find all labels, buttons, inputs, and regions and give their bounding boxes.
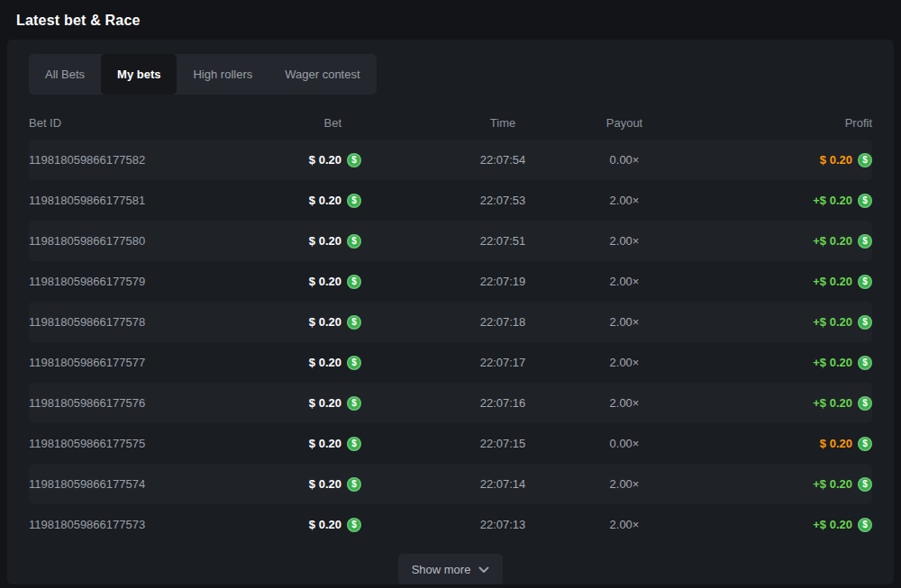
time-cell: 22:07:19 xyxy=(422,275,584,288)
currency-coin-icon: $ xyxy=(347,315,361,330)
table-row[interactable]: 119818059866177575 $ 0.20 $ 22:07:15 0.0… xyxy=(29,423,872,464)
profit-cell: $ 0.20 $ xyxy=(665,437,872,451)
currency-coin-icon: $ xyxy=(858,234,872,249)
header-payout: Payout xyxy=(584,116,665,130)
currency-coin-icon: $ xyxy=(347,275,361,289)
currency-coin-icon: $ xyxy=(858,518,872,532)
bet-id-cell: 119818059866177573 xyxy=(29,518,236,531)
bet-id-cell: 119818059866177580 xyxy=(29,234,236,248)
payout-cell: 0.00× xyxy=(584,437,665,450)
currency-coin-icon: $ xyxy=(858,153,872,167)
table-row[interactable]: 119818059866177580 $ 0.20 $ 22:07:51 2.0… xyxy=(29,221,872,261)
payout-cell: 2.00× xyxy=(584,194,665,207)
bet-cell: $ 0.20 $ xyxy=(236,153,361,167)
bets-panel: All Bets My bets High rollers Wager cont… xyxy=(7,40,894,584)
bet-id-cell: 119818059866177582 xyxy=(29,153,236,167)
table-row[interactable]: 119818059866177574 $ 0.20 $ 22:07:14 2.0… xyxy=(29,464,872,504)
show-more-button[interactable]: Show more xyxy=(398,554,504,584)
currency-coin-icon: $ xyxy=(347,153,361,167)
table-row[interactable]: 119818059866177581 $ 0.20 $ 22:07:53 2.0… xyxy=(29,180,872,221)
tab-all-bets[interactable]: All Bets xyxy=(29,54,101,95)
payout-cell: 2.00× xyxy=(584,315,665,329)
currency-coin-icon: $ xyxy=(858,477,872,492)
tab-high-rollers[interactable]: High rollers xyxy=(177,54,268,95)
header-profit: Profit xyxy=(665,116,872,130)
payout-cell: 2.00× xyxy=(584,275,665,288)
show-more-label: Show more xyxy=(412,563,471,576)
bets-table: Bet ID Bet Time Payout Profit 1198180598… xyxy=(29,105,872,545)
currency-coin-icon: $ xyxy=(858,275,872,289)
profit-cell: +$ 0.20 $ xyxy=(665,234,872,249)
header-bet: Bet xyxy=(236,116,361,130)
table-row[interactable]: 119818059866177582 $ 0.20 $ 22:07:54 0.0… xyxy=(29,140,872,180)
table-row[interactable]: 119818059866177573 $ 0.20 $ 22:07:13 2.0… xyxy=(29,504,872,545)
bet-id-cell: 119818059866177575 xyxy=(29,437,236,450)
currency-coin-icon: $ xyxy=(347,356,361,370)
header-time: Time xyxy=(422,116,584,130)
currency-coin-icon: $ xyxy=(347,518,361,532)
currency-coin-icon: $ xyxy=(858,315,872,330)
profit-cell: +$ 0.20 $ xyxy=(665,396,872,411)
profit-cell: $ 0.20 $ xyxy=(665,153,872,167)
bet-cell: $ 0.20 $ xyxy=(236,194,361,208)
time-cell: 22:07:51 xyxy=(422,234,584,248)
bet-id-cell: 119818059866177574 xyxy=(29,477,236,491)
currency-coin-icon: $ xyxy=(858,437,872,451)
tab-bar: All Bets My bets High rollers Wager cont… xyxy=(29,54,377,95)
bet-cell: $ 0.20 $ xyxy=(236,477,361,492)
currency-coin-icon: $ xyxy=(347,194,361,208)
bet-cell: $ 0.20 $ xyxy=(236,315,361,330)
currency-coin-icon: $ xyxy=(858,356,872,370)
currency-coin-icon: $ xyxy=(347,396,361,411)
payout-cell: 2.00× xyxy=(584,477,665,491)
page-title: Latest bet & Race xyxy=(7,7,894,40)
header-bet-id: Bet ID xyxy=(29,116,236,130)
currency-coin-icon: $ xyxy=(858,396,872,411)
time-cell: 22:07:15 xyxy=(422,437,584,450)
currency-coin-icon: $ xyxy=(347,234,361,249)
bet-cell: $ 0.20 $ xyxy=(236,275,361,289)
payout-cell: 0.00× xyxy=(584,153,665,167)
bet-cell: $ 0.20 $ xyxy=(236,356,361,370)
payout-cell: 2.00× xyxy=(584,356,665,369)
bet-cell: $ 0.20 $ xyxy=(236,437,361,451)
table-row[interactable]: 119818059866177576 $ 0.20 $ 22:07:16 2.0… xyxy=(29,383,872,423)
tab-my-bets[interactable]: My bets xyxy=(101,54,177,95)
show-more-container: Show more xyxy=(29,554,872,584)
bet-id-cell: 119818059866177579 xyxy=(29,275,236,288)
time-cell: 22:07:54 xyxy=(422,153,584,167)
payout-cell: 2.00× xyxy=(584,234,665,248)
table-row[interactable]: 119818059866177578 $ 0.20 $ 22:07:18 2.0… xyxy=(29,302,872,342)
latest-bet-race-section: Latest bet & Race All Bets My bets High … xyxy=(0,0,901,588)
payout-cell: 2.00× xyxy=(584,518,665,531)
time-cell: 22:07:53 xyxy=(422,194,584,207)
table-row[interactable]: 119818059866177579 $ 0.20 $ 22:07:19 2.0… xyxy=(29,261,872,302)
tab-wager-contest[interactable]: Wager contest xyxy=(268,54,376,95)
profit-cell: +$ 0.20 $ xyxy=(665,315,872,330)
chevron-down-icon xyxy=(478,566,489,574)
currency-coin-icon: $ xyxy=(347,477,361,492)
time-cell: 22:07:14 xyxy=(422,477,584,491)
bet-cell: $ 0.20 $ xyxy=(236,518,361,532)
bet-id-cell: 119818059866177578 xyxy=(29,315,236,329)
profit-cell: +$ 0.20 $ xyxy=(665,275,872,289)
payout-cell: 2.00× xyxy=(584,396,665,410)
time-cell: 22:07:16 xyxy=(422,396,584,410)
profit-cell: +$ 0.20 $ xyxy=(665,356,872,370)
bet-id-cell: 119818059866177581 xyxy=(29,194,236,207)
profit-cell: +$ 0.20 $ xyxy=(665,194,872,208)
time-cell: 22:07:17 xyxy=(422,356,584,369)
bet-cell: $ 0.20 $ xyxy=(236,234,361,249)
currency-coin-icon: $ xyxy=(858,194,872,208)
bet-cell: $ 0.20 $ xyxy=(236,396,361,411)
table-body: 119818059866177582 $ 0.20 $ 22:07:54 0.0… xyxy=(29,140,872,545)
currency-coin-icon: $ xyxy=(347,437,361,451)
time-cell: 22:07:13 xyxy=(422,518,584,531)
bet-id-cell: 119818059866177577 xyxy=(29,356,236,369)
profit-cell: +$ 0.20 $ xyxy=(665,477,872,492)
table-row[interactable]: 119818059866177577 $ 0.20 $ 22:07:17 2.0… xyxy=(29,342,872,383)
profit-cell: +$ 0.20 $ xyxy=(665,518,872,532)
table-header-row: Bet ID Bet Time Payout Profit xyxy=(29,105,872,140)
time-cell: 22:07:18 xyxy=(422,315,584,329)
bet-id-cell: 119818059866177576 xyxy=(29,396,236,410)
